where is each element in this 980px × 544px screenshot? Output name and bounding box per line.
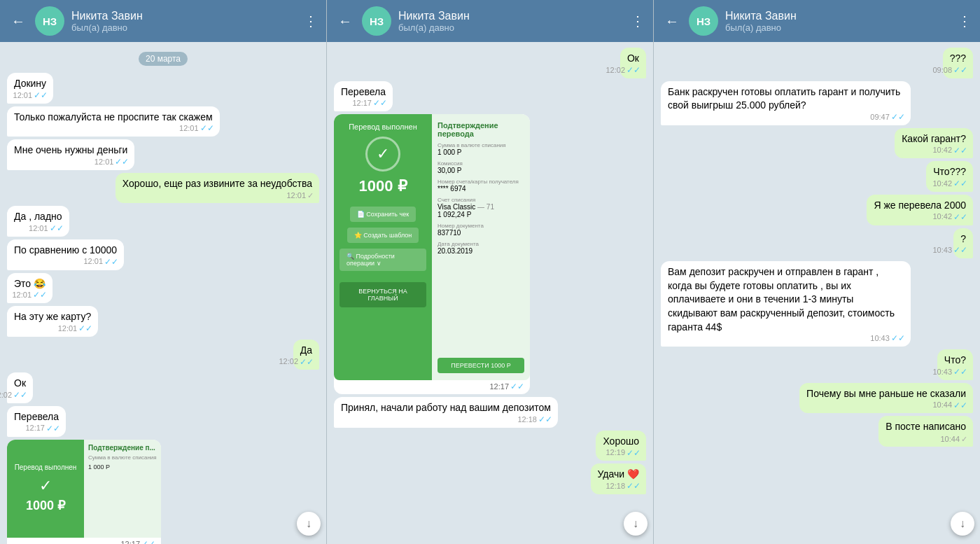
more-button[interactable]: ⋮ [304, 13, 318, 29]
message: Я же перевела 200010:42✓✓ [867, 195, 973, 225]
message: В посте написано10:44✓ [878, 416, 973, 447]
message-text: Ок [627, 53, 639, 64]
message: Перевод выполнен ✓ 1000 ₽ Подтверждение … [7, 440, 161, 544]
message-time: 12:19✓✓ [606, 447, 640, 459]
message-text: ? [960, 233, 966, 244]
message-text: Да [300, 344, 312, 356]
messages-area: ???09:08✓✓Банк раскручен готовы оплатить… [654, 42, 980, 544]
message-text: Только пожалуйста не проспите так скажем [14, 111, 213, 123]
message-bubble: Хорошо, еще раз извините за неудобства12… [115, 173, 319, 204]
message: Удачи ❤️12:18✓✓ [591, 463, 646, 494]
message: На эту же карту?12:01✓✓ [7, 306, 98, 337]
message-bubble: ???09:08✓✓ [943, 48, 973, 78]
scroll-down-button[interactable]: ↓ [624, 512, 648, 536]
message: Какой гарант?10:42✓✓ [895, 128, 973, 159]
message-bubble: Что?10:43✓✓ [937, 349, 973, 380]
date-badge: 20 марта [139, 52, 188, 66]
message-time: 10:44✓✓ [932, 400, 967, 412]
contact-status: был(а) давно [725, 22, 951, 33]
message: ???09:08✓✓ [943, 48, 973, 78]
message-bubble: Перевела12:17✓✓ [334, 81, 393, 112]
message: Да , ладно12:01✓✓ [7, 206, 69, 237]
image-message: Перевод выполнен ✓ 1000 ₽ Подтверждение … [7, 440, 161, 544]
avatar: НЗ [362, 6, 391, 36]
message-bubble: В посте написано10:44✓ [878, 416, 973, 447]
message: Вам депозит раскручен и отправлен в гара… [661, 261, 911, 347]
message-bubble: По сравнению с 1000012:01✓✓ [7, 239, 124, 270]
contact-name: Никита Завин [725, 10, 951, 22]
message-time: 12:01✓✓ [94, 156, 130, 168]
message: Принял, начали работу над вашим депозито… [334, 397, 558, 428]
scroll-down-button[interactable]: ↓ [951, 512, 974, 536]
message-time: 12:01✓✓ [58, 323, 93, 335]
back-button[interactable]: ← [662, 11, 682, 32]
back-button[interactable]: ← [335, 11, 355, 32]
message: Мне очень нужны деньги12:01✓✓ [7, 139, 134, 170]
message: Почему вы мне раньше не сказали10:44✓✓ [799, 383, 973, 414]
message-bubble: Ок12:02✓✓ [7, 372, 33, 403]
message-bubble: Я же перевела 200010:42✓✓ [867, 195, 973, 225]
message-text: Какой гарант? [902, 133, 966, 144]
message-time: 12:18✓✓ [606, 480, 640, 492]
message: Что???10:42✓✓ [926, 161, 973, 192]
message: Хорошо12:19✓✓ [596, 431, 646, 461]
message: Перевод выполнен ✓ 1000 ₽ 📄 Сохранить че… [334, 114, 530, 394]
message: Это 😂12:01✓✓ [7, 273, 52, 304]
message-time: 10:43✓✓ [932, 244, 967, 256]
chat-header: ← НЗ Никита Завин был(а) давно ⋮ [654, 0, 980, 42]
message-time: 12:01✓✓ [179, 123, 214, 134]
message-text: Принял, начали работу над вашим депозито… [341, 402, 551, 413]
message-time: 12:01✓✓ [13, 90, 48, 102]
message-text: Ок [14, 377, 26, 389]
message-bubble: Хорошо12:19✓✓ [596, 431, 646, 461]
message-time: 12:01✓✓ [29, 223, 64, 235]
message-text: Докину [14, 78, 46, 89]
message-text: Это 😂 [14, 278, 46, 289]
message: По сравнению с 1000012:01✓✓ [7, 239, 124, 270]
message-time: 10:42✓✓ [932, 211, 967, 223]
message-time: 12:02✓✓ [0, 389, 27, 401]
message-text: Я же перевела 2000 [874, 200, 966, 211]
message-bubble: На эту же карту?12:01✓✓ [7, 306, 98, 337]
message-text: Вам депозит раскручен и отправлен в гара… [668, 266, 895, 332]
header-info: Никита Завин был(а) давно [725, 10, 951, 33]
message-bubble: Банк раскручен готовы оплатить гарант и … [661, 81, 911, 125]
message-text: В посте написано [886, 421, 966, 432]
message-time: 12:18✓✓ [517, 414, 552, 426]
more-button[interactable]: ⋮ [631, 13, 645, 29]
message-text: Банк раскручен готовы оплатить гарант и … [668, 86, 900, 111]
messages-area: 20 мартаДокину12:01✓✓Только пожалуйста н… [0, 42, 326, 544]
message-bubble: Какой гарант?10:42✓✓ [895, 128, 973, 159]
contact-name: Никита Завин [71, 10, 297, 22]
message: Перевела12:17✓✓ [7, 406, 66, 437]
avatar: НЗ [689, 6, 718, 36]
message-time: 12:02✓✓ [606, 64, 640, 76]
message-text: ??? [950, 53, 966, 64]
message-bubble: Почему вы мне раньше не сказали10:44✓✓ [799, 383, 973, 414]
message: Ок12:02✓✓ [620, 48, 646, 78]
message-time: 10:43✓✓ [932, 366, 967, 378]
message: Да12:02✓✓ [293, 340, 319, 370]
chat-header: ← НЗ Никита Завин был(а) давно ⋮ [327, 0, 653, 42]
message: Ок12:02✓✓ [7, 372, 33, 403]
message: ?10:43✓✓ [953, 228, 973, 259]
message-text: Удачи ❤️ [598, 468, 639, 480]
message-time: 12:17✓✓ [352, 97, 387, 109]
avatar: НЗ [35, 6, 64, 36]
message-text: Перевела [14, 411, 59, 422]
chat-header: ← НЗ Никита Завин был(а) давно ⋮ [0, 0, 326, 42]
back-button[interactable]: ← [8, 11, 28, 32]
message: Только пожалуйста не проспите так скажем… [7, 106, 220, 137]
message-text: На эту же карту? [14, 311, 91, 322]
more-button[interactable]: ⋮ [958, 13, 972, 29]
message-time: 12:01✓ [286, 190, 314, 201]
message-text: Мне очень нужны деньги [14, 144, 127, 155]
message-bubble: Удачи ❤️12:18✓✓ [591, 463, 646, 494]
message: Что?10:43✓✓ [937, 349, 973, 380]
messages-area: Ок12:02✓✓Перевела12:17✓✓ Перевод выполне… [327, 42, 653, 544]
message-bubble: Да , ладно12:01✓✓ [7, 206, 69, 237]
message-text: Хорошо, еще раз извините за неудобства [122, 178, 312, 189]
contact-status: был(а) давно [71, 22, 297, 33]
scroll-down-button[interactable]: ↓ [297, 512, 321, 536]
message-text: По сравнению с 10000 [14, 244, 117, 256]
